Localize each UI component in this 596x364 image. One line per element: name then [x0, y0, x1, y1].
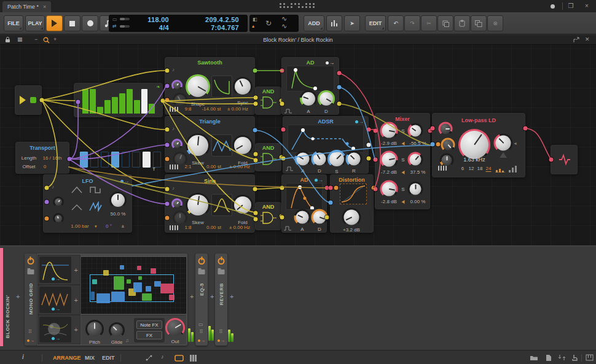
- module-lowpass[interactable]: Low-pass LD 1.63 kHz ◄ 6 12 18 24: [432, 113, 525, 177]
- adsr-gate-port[interactable]: [281, 157, 286, 161]
- restore-window-icon[interactable]: ❐: [567, 2, 575, 9]
- glide-legato-icon[interactable]: ♫: [125, 338, 129, 343]
- pop-out-icon[interactable]: [573, 37, 579, 43]
- lfo-rate-dropdown-icon[interactable]: ▾: [95, 224, 97, 229]
- step-bars[interactable]: [74, 83, 163, 117]
- lfo-phase-value[interactable]: 0 °: [106, 223, 112, 229]
- adsr-s-knob[interactable]: [327, 150, 346, 168]
- mixer-ch3-pan-value[interactable]: 0.00 %: [410, 199, 426, 204]
- trigger-play-icon[interactable]: [20, 96, 26, 104]
- lowpass-slope-soft-icon[interactable]: [495, 166, 505, 172]
- edit-button[interactable]: EDIT: [365, 15, 386, 31]
- sine-pitch-value[interactable]: 0.00 st: [206, 225, 221, 230]
- lowpass-cutoff-value[interactable]: 1.63 kHz: [463, 157, 485, 163]
- play-menu-button[interactable]: PLAY: [25, 15, 45, 31]
- sawtooth-out-port[interactable]: [253, 69, 257, 73]
- automation-follow-icon[interactable]: [145, 354, 153, 362]
- mixer-ch3-vol-value[interactable]: -2.8 dB: [381, 199, 397, 204]
- triangle-phase-port[interactable]: [165, 157, 170, 161]
- lowpass-slope-steep-icon[interactable]: [508, 165, 518, 172]
- record-button[interactable]: [82, 15, 98, 31]
- lowpass-slope-18[interactable]: 18: [477, 166, 483, 171]
- module-and1[interactable]: AND: [255, 87, 281, 115]
- sine-skew-mod-port[interactable]: [165, 202, 170, 206]
- adsr-out-port[interactable]: [367, 128, 371, 132]
- undo-icon[interactable]: ↶: [388, 15, 404, 31]
- and1-in1-port[interactable]: [254, 96, 258, 100]
- cut-icon[interactable]: ✂: [421, 15, 437, 31]
- lfo-phase-knob[interactable]: [53, 196, 64, 207]
- lowpass-cutoff-mod-port[interactable]: [431, 142, 435, 147]
- length-value[interactable]: 16 / 16th: [42, 155, 61, 161]
- file-button[interactable]: FILE: [4, 15, 23, 31]
- audio-out-in-port[interactable]: [549, 158, 554, 162]
- adsr-r-knob[interactable]: [346, 151, 363, 168]
- and3-in2-port[interactable]: [254, 217, 258, 222]
- trigger-gate-icon[interactable]: [30, 97, 36, 103]
- modulator-slot-1[interactable]: → +: [37, 255, 80, 285]
- mono-grid-remote-icon[interactable]: ⠿: [28, 329, 33, 335]
- ad1-d-knob[interactable]: [318, 90, 335, 107]
- reverb-name[interactable]: REVERB: [219, 283, 224, 305]
- add-device-after-eq-button[interactable]: +: [210, 293, 214, 300]
- mixer-ch1-vol-knob[interactable]: [380, 122, 398, 140]
- ad1-gate-port[interactable]: [280, 102, 284, 106]
- ad2-end-port[interactable]: [325, 215, 329, 220]
- module-triangle[interactable]: Triangle ♪ Skew Fold 2:1 0.00 st ± 0.00 …: [165, 116, 255, 172]
- lfo-bipolar-toggle[interactable]: ±: [122, 223, 124, 229]
- ad1-inv-out-port[interactable]: [337, 85, 342, 90]
- distortion-drive-knob[interactable]: [342, 208, 361, 227]
- glide-knob[interactable]: [109, 322, 125, 338]
- sawtooth-sync-knob[interactable]: [233, 77, 253, 96]
- sawtooth-shape-mod-port[interactable]: [165, 84, 170, 88]
- mixer-ch1-vol-value[interactable]: -2.9 dB: [381, 141, 397, 146]
- device-mono-grid[interactable]: MONO GRID ⠿ → → + → +: [25, 254, 187, 346]
- mod3-add-button[interactable]: +: [74, 326, 78, 333]
- mod2-range-icon[interactable]: →: [52, 306, 60, 312]
- eq5-name[interactable]: EQ-5: [199, 283, 205, 296]
- reverb-modroute-icon[interactable]: →: [218, 339, 225, 342]
- browser-panel-icon[interactable]: [530, 355, 538, 361]
- distortion-drive-value[interactable]: +3.2 dB: [343, 227, 360, 233]
- lowpass-mod-amount-knob[interactable]: [441, 138, 455, 152]
- sine-ratio-value[interactable]: 1:8: [184, 225, 191, 230]
- reverb-preset-icon[interactable]: [218, 269, 225, 274]
- mixer-panel-toggle-icon[interactable]: [189, 355, 197, 362]
- and2-in1-port[interactable]: [254, 152, 258, 157]
- lfo-wave-triangle-icon[interactable]: [70, 203, 84, 211]
- ad2-gate-port[interactable]: [280, 215, 284, 220]
- lowpass-keytrack-icon[interactable]: [438, 166, 447, 171]
- sawtooth-pitch-value[interactable]: -14.00 st: [202, 106, 221, 112]
- offset-value[interactable]: 0: [44, 164, 46, 169]
- arrange-tab[interactable]: ARRANGE: [53, 355, 81, 361]
- triangle-skew-knob[interactable]: [186, 133, 210, 158]
- punch-marker-icon[interactable]: ▴: [252, 23, 254, 29]
- punch-in-icon[interactable]: ◧: [253, 17, 257, 22]
- mod3-range-icon[interactable]: →: [52, 336, 60, 341]
- and1-in2-port[interactable]: [254, 102, 258, 106]
- add-device-end-button[interactable]: +: [230, 293, 233, 300]
- sawtooth-fine-value[interactable]: ± 0.00 Hz: [227, 106, 248, 112]
- add-button[interactable]: ADD: [304, 15, 324, 31]
- inspector-panel-icon[interactable]: [546, 354, 552, 362]
- lowpass-slope-12[interactable]: 12: [469, 166, 474, 171]
- ad1-a-knob[interactable]: [300, 90, 317, 107]
- loop-icon[interactable]: ↻: [265, 19, 272, 28]
- mapping-panel-icon[interactable]: [558, 354, 566, 361]
- lowpass-out-port[interactable]: [523, 126, 528, 131]
- info-icon[interactable]: i: [22, 354, 24, 360]
- triangle-ratio-value[interactable]: 2:1: [184, 164, 191, 169]
- triangle-keytrack-icon[interactable]: [170, 165, 178, 169]
- mixer-ch3-pan-knob[interactable]: [408, 182, 423, 197]
- module-pitch-steps[interactable]: ❧: [74, 83, 163, 117]
- mixer-ch1-solo[interactable]: S: [401, 128, 404, 134]
- eq5-modroute-icon[interactable]: →: [198, 339, 205, 342]
- close-editor-icon[interactable]: ✕: [585, 36, 590, 42]
- lfo-wave-square-icon[interactable]: [88, 185, 102, 194]
- sine-mod-knob[interactable]: [171, 198, 182, 209]
- adsr-loop-icon[interactable]: →: [355, 119, 364, 125]
- reverb-power-button[interactable]: [218, 258, 225, 265]
- out-knob[interactable]: [165, 318, 185, 338]
- lfo-shape-port[interactable]: [45, 217, 49, 221]
- adsr-in-port[interactable]: [281, 128, 286, 132]
